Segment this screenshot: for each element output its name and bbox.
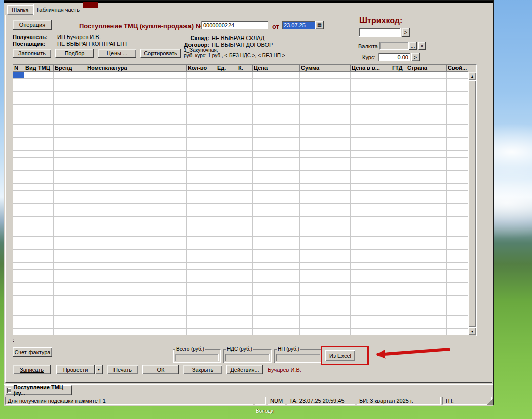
table-cell[interactable] — [54, 98, 86, 105]
table-cell[interactable] — [351, 329, 391, 335]
table-cell[interactable] — [391, 92, 406, 98]
pick-button[interactable]: Подбор — [55, 49, 94, 58]
table-cell[interactable] — [216, 204, 237, 210]
table-cell[interactable] — [24, 131, 54, 138]
table-cell[interactable] — [300, 250, 351, 256]
table-cell[interactable] — [24, 283, 54, 289]
mdi-window-button[interactable]: Поступление ТМЦ (ку... — [5, 385, 72, 395]
table-cell[interactable] — [447, 237, 468, 243]
table-cell[interactable] — [300, 276, 351, 283]
scroll-up-button[interactable]: ▲ — [468, 72, 476, 80]
table-cell[interactable] — [351, 283, 391, 289]
table-cell[interactable] — [300, 316, 351, 322]
table-row[interactable] — [13, 230, 468, 237]
table-cell[interactable] — [406, 210, 447, 217]
table-cell[interactable] — [54, 177, 86, 184]
table-cell[interactable] — [216, 296, 237, 302]
column-header-6[interactable]: К. — [237, 65, 253, 72]
table-cell[interactable] — [391, 131, 406, 138]
table-cell[interactable] — [447, 309, 468, 316]
table-cell[interactable] — [54, 164, 86, 171]
table-cell[interactable] — [447, 217, 468, 223]
table-row[interactable] — [13, 250, 468, 256]
table-cell[interactable] — [13, 302, 24, 309]
table-cell[interactable] — [406, 250, 447, 256]
table-cell[interactable] — [54, 289, 86, 296]
table-cell[interactable] — [253, 85, 300, 92]
table-cell[interactable] — [24, 204, 54, 210]
table-cell[interactable] — [351, 105, 391, 111]
tab-tablichnaya-chast[interactable]: Табличная часть — [33, 4, 82, 15]
table-cell[interactable] — [24, 92, 54, 98]
table-cell[interactable] — [447, 283, 468, 289]
table-cell[interactable] — [447, 158, 468, 164]
table-cell[interactable] — [253, 171, 300, 177]
table-cell[interactable] — [406, 118, 447, 125]
table-cell[interactable] — [237, 151, 253, 158]
table-cell[interactable] — [406, 237, 447, 243]
table-cell[interactable] — [391, 302, 406, 309]
table-cell[interactable] — [406, 158, 447, 164]
table-cell[interactable] — [253, 79, 300, 85]
table-cell[interactable] — [406, 276, 447, 283]
table-cell[interactable] — [187, 197, 216, 204]
table-cell[interactable] — [24, 105, 54, 111]
table-cell[interactable] — [187, 217, 216, 223]
table-row[interactable] — [13, 322, 468, 329]
table-cell[interactable] — [24, 191, 54, 197]
table-row[interactable] — [13, 309, 468, 316]
table-cell[interactable] — [406, 256, 447, 263]
table-cell[interactable] — [351, 302, 391, 309]
table-cell[interactable] — [351, 85, 391, 92]
rate-go-button[interactable]: > — [411, 53, 420, 61]
table-cell[interactable] — [216, 276, 237, 283]
table-cell[interactable] — [187, 309, 216, 316]
table-cell[interactable] — [86, 118, 187, 125]
table-cell[interactable] — [253, 131, 300, 138]
table-cell[interactable] — [391, 111, 406, 118]
table-cell[interactable] — [391, 316, 406, 322]
table-cell[interactable] — [24, 98, 54, 105]
table-cell[interactable] — [216, 85, 237, 92]
table-row[interactable] — [13, 98, 468, 105]
table-cell[interactable] — [253, 98, 300, 105]
table-row[interactable] — [13, 92, 468, 98]
table-cell[interactable] — [237, 296, 253, 302]
table-cell[interactable] — [253, 210, 300, 217]
table-cell[interactable] — [13, 85, 24, 92]
table-cell[interactable] — [13, 270, 24, 276]
table-cell[interactable] — [253, 164, 300, 171]
table-cell[interactable] — [300, 85, 351, 92]
table-cell[interactable] — [187, 85, 216, 92]
table-row[interactable] — [13, 289, 468, 296]
table-cell[interactable] — [13, 276, 24, 283]
doc-date-input[interactable] — [282, 21, 315, 29]
table-cell[interactable] — [54, 144, 86, 151]
table-row[interactable] — [13, 105, 468, 111]
table-cell[interactable] — [253, 158, 300, 164]
table-cell[interactable] — [447, 105, 468, 111]
table-cell[interactable] — [351, 230, 391, 237]
table-cell[interactable] — [24, 230, 54, 237]
column-header-10[interactable]: ГТД — [391, 65, 406, 72]
table-cell[interactable] — [406, 270, 447, 276]
table-cell[interactable] — [406, 72, 447, 79]
table-cell[interactable] — [406, 98, 447, 105]
table-cell[interactable] — [86, 177, 187, 184]
table-cell[interactable] — [216, 237, 237, 243]
table-cell[interactable] — [54, 223, 86, 230]
table-cell[interactable] — [13, 283, 24, 289]
table-cell[interactable] — [13, 92, 24, 98]
table-cell[interactable] — [187, 118, 216, 125]
table-cell[interactable] — [216, 283, 237, 289]
table-cell[interactable] — [24, 289, 54, 296]
table-row[interactable] — [13, 85, 468, 92]
table-cell[interactable] — [253, 316, 300, 322]
table-cell[interactable] — [237, 197, 253, 204]
table-cell[interactable] — [406, 243, 447, 250]
table-cell[interactable] — [86, 263, 187, 270]
table-cell[interactable] — [351, 322, 391, 329]
table-row[interactable] — [13, 270, 468, 276]
table-cell[interactable] — [351, 158, 391, 164]
table-cell[interactable] — [237, 210, 253, 217]
